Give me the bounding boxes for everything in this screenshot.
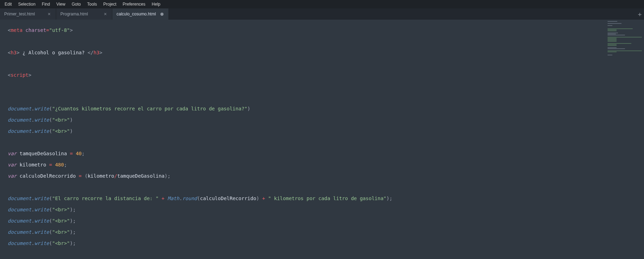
code-editor[interactable]: <meta charset="utf-8"> <h3> ¿ Alcohol o … <box>0 20 644 259</box>
code-line: var calculoDelRecorrido = (kilometro/tam… <box>8 173 636 179</box>
tab-label: calculo_cosumo.html <box>117 12 156 16</box>
minimap-line <box>608 44 617 45</box>
code-line: document.write("<br>") <box>8 117 636 123</box>
menu-tools[interactable]: Tools <box>84 0 100 8</box>
code-line: document.write("<br>"); <box>8 229 636 235</box>
tab-calculo-cosumo[interactable]: calculo_cosumo.html <box>112 8 169 20</box>
minimap-line <box>608 39 617 40</box>
menu-help[interactable]: Help <box>148 0 164 8</box>
tab-programa[interactable]: Programa.html × <box>56 8 112 20</box>
code-line: <script> <box>8 72 636 78</box>
menu-selection[interactable]: Selection <box>15 0 39 8</box>
minimap-line <box>608 48 625 49</box>
minimap-line <box>608 30 617 31</box>
tab-label: Primer_test.html <box>4 12 43 16</box>
code-line: var tamqueDeGasolina = 40; <box>8 151 636 156</box>
menu-project[interactable]: Project <box>100 0 119 8</box>
minimap-line <box>608 50 642 51</box>
code-line <box>8 139 636 145</box>
minimap-line <box>608 37 642 38</box>
close-icon[interactable]: × <box>47 12 52 16</box>
menu-preferences[interactable]: Preferences <box>120 0 149 8</box>
minimap-line <box>608 25 612 26</box>
code-line <box>8 83 636 89</box>
minimap-line <box>608 43 631 44</box>
menu-edit[interactable]: Edit <box>1 0 15 8</box>
code-line <box>8 95 636 100</box>
code-line: document.write("<br>"); <box>8 240 636 246</box>
code-line: <meta charset="utf-8"> <box>8 27 636 33</box>
code-line: document.write("<br>"); <box>8 218 636 224</box>
code-line: <h3> ¿ Alcohol o gasolina? </h3> <box>8 50 636 55</box>
minimap-line <box>608 29 617 30</box>
menu-bar: Edit Selection Find View Goto Tools Proj… <box>0 0 644 8</box>
code-line: document.write("<br>"); <box>8 207 636 212</box>
code-line <box>8 39 636 44</box>
minimap-line <box>608 28 633 29</box>
close-icon[interactable]: × <box>103 12 108 16</box>
minimap-line <box>608 45 617 46</box>
add-tab-button[interactable]: + <box>636 8 644 20</box>
minimap-line <box>608 35 625 35</box>
minimap-line <box>608 21 617 22</box>
code-line <box>8 184 636 190</box>
tab-bar: Primer_test.html × Programa.html × calcu… <box>0 8 644 20</box>
minimap-line <box>608 40 617 41</box>
code-line <box>8 252 636 257</box>
menu-view[interactable]: View <box>53 0 68 8</box>
minimap-line <box>608 33 618 33</box>
minimap[interactable] <box>605 20 644 58</box>
minimap-line <box>608 23 622 24</box>
minimap-line <box>608 34 616 34</box>
code-line: document.write("El carro recorre la dist… <box>8 196 636 201</box>
minimap-line <box>608 52 617 52</box>
code-line <box>8 61 636 67</box>
code-line: var kilometro = 480; <box>8 162 636 168</box>
minimap-line <box>608 41 617 42</box>
menu-find[interactable]: Find <box>39 0 53 8</box>
minimap-line <box>608 55 612 55</box>
tab-primer-test[interactable]: Primer_test.html × <box>0 8 56 20</box>
menu-goto[interactable]: Goto <box>68 0 84 8</box>
code-line: document.write("¿Cuantos kilometros reco… <box>8 106 636 111</box>
dirty-indicator-icon <box>159 12 164 16</box>
tab-label: Programa.html <box>60 12 99 16</box>
minimap-line <box>608 47 617 48</box>
code-line: document.write("<br>") <box>8 128 636 134</box>
minimap-line <box>608 38 617 39</box>
